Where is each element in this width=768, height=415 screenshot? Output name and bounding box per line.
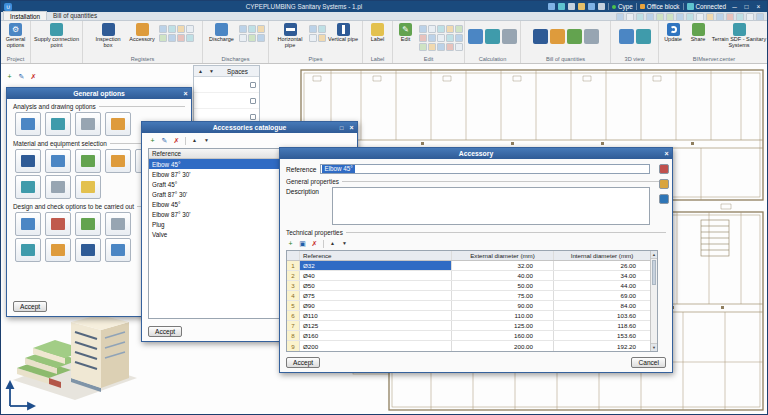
ribbon-tool-icon[interactable] xyxy=(428,25,436,33)
cell-external-diameter[interactable]: 75.00 xyxy=(452,291,554,300)
scroll-down-icon[interactable]: ▼ xyxy=(651,343,657,351)
cell-external-diameter[interactable]: 50.00 xyxy=(452,281,554,290)
design-option-button[interactable] xyxy=(45,238,71,262)
ribbon-tool-icon[interactable] xyxy=(168,25,176,33)
ribbon-tool-icon[interactable] xyxy=(309,34,317,42)
accept-button[interactable]: Accept xyxy=(13,301,47,312)
3d-view-button[interactable] xyxy=(619,22,634,44)
cell-internal-diameter[interactable]: 153.60 xyxy=(554,331,650,340)
ribbon-tool-icon[interactable] xyxy=(177,25,185,33)
close-icon[interactable]: × xyxy=(662,149,671,158)
ribbon-tool-icon[interactable] xyxy=(257,34,265,42)
ribbon-tool-icon[interactable] xyxy=(428,43,436,51)
new-file-icon[interactable] xyxy=(616,13,624,21)
full-view-icon[interactable] xyxy=(716,13,724,21)
ribbon-tool-icon[interactable] xyxy=(248,34,256,42)
ribbon-tool-icon[interactable] xyxy=(239,34,247,42)
ribbon-tool-icon[interactable] xyxy=(455,34,463,42)
ribbon-tool-icon[interactable] xyxy=(446,34,454,42)
cell-reference[interactable]: Ø110 xyxy=(300,311,452,320)
cell-internal-diameter[interactable]: 69.00 xyxy=(554,291,650,300)
cell-internal-diameter[interactable]: 44.00 xyxy=(554,281,650,290)
cell-reference[interactable]: Ø200 xyxy=(300,341,452,351)
column-header[interactable]: Reference xyxy=(300,251,452,260)
help-icon[interactable] xyxy=(588,3,595,10)
inspection-box-button[interactable]: Inspection box xyxy=(91,22,125,49)
tab-bill-of-quantities[interactable]: Bill of quantities xyxy=(47,11,103,20)
calculate-button[interactable] xyxy=(468,22,483,44)
boq-report-button[interactable] xyxy=(584,22,599,44)
3d-settings-button[interactable] xyxy=(636,22,651,44)
cell-internal-diameter[interactable]: 26.00 xyxy=(554,261,650,270)
zoom-previous-icon[interactable] xyxy=(686,13,694,21)
print-icon[interactable] xyxy=(646,13,654,21)
cell-external-diameter[interactable]: 32.00 xyxy=(452,261,554,270)
edit-button[interactable]: ✎ Edit xyxy=(395,22,417,43)
ribbon-tool-icon[interactable] xyxy=(186,34,194,42)
design-option-button[interactable] xyxy=(15,212,41,236)
undo-icon[interactable] xyxy=(656,13,664,21)
ribbon-tool-icon[interactable] xyxy=(248,25,256,33)
vertical-pipe-button[interactable]: Vertical pipe xyxy=(328,22,358,43)
cell-internal-diameter[interactable]: 84.00 xyxy=(554,301,650,310)
ribbon-tool-icon[interactable] xyxy=(318,25,326,33)
cell-internal-diameter[interactable]: 34.00 xyxy=(554,271,650,280)
ribbon-tool-icon[interactable] xyxy=(437,43,445,51)
notifications-icon[interactable] xyxy=(598,3,605,10)
cell-reference[interactable]: Ø50 xyxy=(300,281,452,290)
terrain-sdf-button[interactable]: Terrain SDF - Sanitary Systems xyxy=(711,22,767,49)
cell-external-diameter[interactable]: 110.00 xyxy=(452,311,554,320)
cancel-button[interactable]: Cancel xyxy=(631,357,666,368)
cell-reference[interactable]: Ø125 xyxy=(300,321,452,330)
table-row[interactable]: 6 Ø110 110.00 103.60 xyxy=(287,311,650,321)
column-header[interactable]: External diameter (mm) xyxy=(452,251,554,260)
cell-reference[interactable]: Ø160 xyxy=(300,331,452,340)
drawing-canvas[interactable]: + ✎ ✗ ▲ ▼ Spaces xyxy=(1,64,767,414)
license-icon[interactable] xyxy=(578,3,585,10)
account-chip[interactable]: Cype xyxy=(612,3,633,10)
ribbon-tool-icon[interactable] xyxy=(437,25,445,33)
table-row[interactable]: 5 Ø90 90.00 84.00 xyxy=(287,301,650,311)
export-icon[interactable] xyxy=(659,179,669,189)
ribbon-tool-icon[interactable] xyxy=(168,34,176,42)
accept-button[interactable]: Accept xyxy=(148,326,182,337)
move-down-icon[interactable]: ▼ xyxy=(340,239,349,248)
search-icon[interactable] xyxy=(548,3,555,10)
ribbon-tool-icon[interactable] xyxy=(186,25,194,33)
move-down-icon[interactable]: ▼ xyxy=(202,136,211,145)
close-icon[interactable]: × xyxy=(181,89,190,98)
check-results-button[interactable] xyxy=(485,22,500,44)
table-row[interactable]: 9 Ø200 200.00 192.20 xyxy=(287,341,650,351)
space-row[interactable] xyxy=(194,93,259,109)
maximize-button[interactable]: □ xyxy=(741,2,752,11)
material-option-button[interactable] xyxy=(75,149,101,173)
boq-prices-button[interactable] xyxy=(550,22,565,44)
add-icon[interactable]: + xyxy=(286,239,295,248)
cell-reference[interactable]: Ø90 xyxy=(300,301,452,310)
boq-export-button[interactable] xyxy=(567,22,582,44)
send-icon[interactable] xyxy=(659,194,669,204)
cell-external-diameter[interactable]: 90.00 xyxy=(452,301,554,310)
material-option-button[interactable] xyxy=(45,175,71,199)
update-button[interactable]: Update xyxy=(661,22,685,43)
design-option-button[interactable] xyxy=(105,238,131,262)
tab-installation[interactable]: Installation xyxy=(3,11,47,20)
delete-icon[interactable]: ✗ xyxy=(172,136,181,145)
description-textarea[interactable] xyxy=(332,187,650,225)
table-scrollbar[interactable]: ▲ ▼ xyxy=(650,251,657,351)
cell-external-diameter[interactable]: 125.00 xyxy=(452,321,554,330)
material-option-button[interactable] xyxy=(15,175,41,199)
ribbon-tool-icon[interactable] xyxy=(309,25,317,33)
share-button[interactable]: Share xyxy=(687,22,709,43)
download-icon[interactable] xyxy=(568,3,575,10)
space-row[interactable] xyxy=(194,77,259,93)
ribbon-tool-icon[interactable] xyxy=(446,43,454,51)
open-file-icon[interactable] xyxy=(626,13,634,21)
table-row[interactable]: 1 Ø32 32.00 26.00 xyxy=(287,261,650,271)
ribbon-tool-icon[interactable] xyxy=(446,25,454,33)
redraw-icon[interactable] xyxy=(706,13,714,21)
edit-icon[interactable]: ✎ xyxy=(17,72,26,81)
settings-icon[interactable] xyxy=(756,13,764,21)
analysis-option-button[interactable] xyxy=(105,112,131,136)
cell-reference[interactable]: Ø40 xyxy=(300,271,452,280)
